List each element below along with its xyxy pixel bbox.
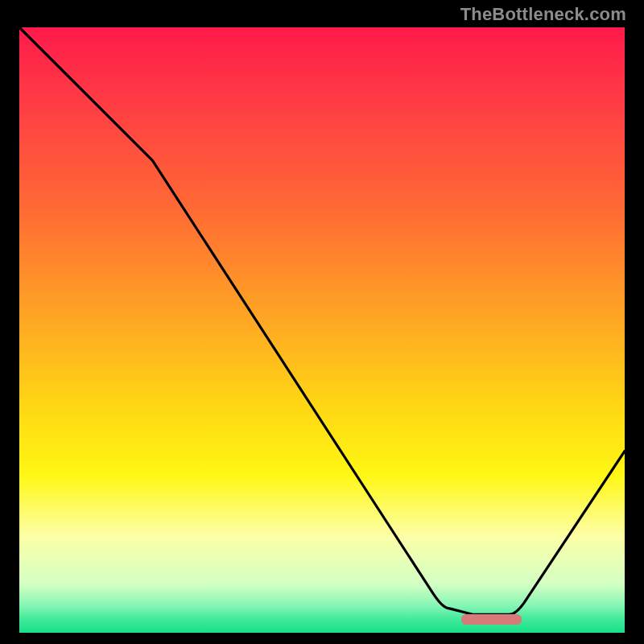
watermark-text: TheBottleneck.com [460, 4, 626, 25]
bottleneck-chart [16, 24, 628, 636]
chart-frame [16, 24, 628, 636]
bottleneck-marker [461, 614, 522, 625]
